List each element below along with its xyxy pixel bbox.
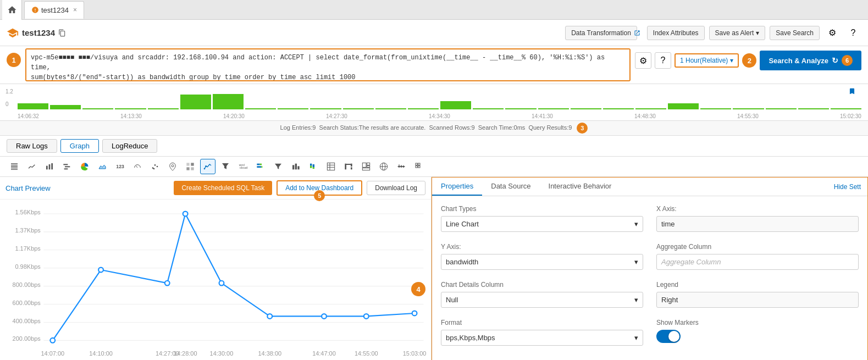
area-chart-icon-btn[interactable] xyxy=(95,159,110,174)
svg-rect-26 xyxy=(292,165,294,169)
agg-col: Aggregate Column Aggregate Column xyxy=(656,243,859,270)
line-chart-active-btn[interactable] xyxy=(200,159,215,174)
svg-text:14:10:00: 14:10:00 xyxy=(89,350,113,357)
hist-time-6: 14:41:30 xyxy=(532,113,553,119)
svg-rect-22 xyxy=(257,164,259,165)
svg-text:123: 123 xyxy=(116,164,124,169)
word-cloud-btn[interactable]: wordcloud xyxy=(235,159,251,174)
svg-rect-30 xyxy=(310,166,312,168)
table2-icon-btn[interactable] xyxy=(323,159,339,174)
line-chart-icon-btn[interactable] xyxy=(24,159,40,174)
settings-btn[interactable]: ⚙ xyxy=(824,25,841,41)
hist-time-2: 14:13:30 xyxy=(120,113,142,119)
help-btn[interactable]: ? xyxy=(845,25,861,41)
chart-details-select[interactable]: Null ▾ xyxy=(441,292,643,308)
svg-rect-40 xyxy=(362,168,369,170)
format-select[interactable]: bps,Kbps,Mbps ▾ xyxy=(441,330,643,346)
download-log-btn[interactable]: Download Log xyxy=(367,181,425,195)
hist-bar xyxy=(733,108,764,109)
svg-text:400.00bps: 400.00bps xyxy=(13,318,41,324)
search-analyze-btn[interactable]: Search & Analyze ↻ 6 xyxy=(760,51,861,70)
split-bar-icon-btn[interactable] xyxy=(253,159,268,174)
histogram-bars xyxy=(18,88,861,109)
hist-time-5: 14:34:30 xyxy=(429,113,450,119)
scatter-icon-btn[interactable] xyxy=(147,159,163,174)
number-icon-btn[interactable]: 123 xyxy=(112,159,128,174)
gantt-icon-btn[interactable] xyxy=(59,159,75,174)
data-transformation-btn[interactable]: Data Transformation xyxy=(565,26,637,40)
index-attributes-btn[interactable]: Index Attributes xyxy=(647,26,705,40)
toggle-knob xyxy=(668,331,679,342)
format-label: Format xyxy=(441,319,643,326)
matrix-icon-btn[interactable] xyxy=(411,159,427,174)
home-tab[interactable] xyxy=(2,0,22,20)
external-link-icon xyxy=(634,30,640,36)
hist-y-top: 1.2 xyxy=(5,88,13,95)
hist-bar xyxy=(18,103,48,109)
tab-close[interactable]: × xyxy=(73,6,77,14)
filter-icon-btn[interactable] xyxy=(270,159,286,174)
svg-text:200.00bps: 200.00bps xyxy=(13,335,41,342)
svg-rect-29 xyxy=(310,164,312,166)
status-text: Log Entries:9 Search Status:The results … xyxy=(280,124,572,131)
bookmark-icon[interactable] xyxy=(848,87,856,97)
stacked-bar-icon-btn[interactable] xyxy=(306,159,321,174)
query-help-btn[interactable]: ? xyxy=(655,52,671,69)
chart-types-label: Chart Types xyxy=(441,205,643,213)
log-reduce-tab[interactable]: LogReduce xyxy=(102,139,158,153)
sankey-icon-btn[interactable] xyxy=(341,159,356,174)
tab-properties[interactable]: Properties xyxy=(432,178,482,196)
y-axis-select[interactable]: bandwidth ▾ xyxy=(441,254,643,270)
hist-time-3: 14:20:30 xyxy=(223,113,245,119)
pie-chart-icon-btn[interactable] xyxy=(77,159,92,174)
create-scheduled-btn[interactable]: Create Scheduled SQL Task xyxy=(174,181,272,195)
svg-point-45 xyxy=(399,166,400,168)
gauge-icon-btn[interactable] xyxy=(130,159,145,174)
show-markers-label: Show Markers xyxy=(656,319,859,326)
tab-data-source[interactable]: Data Source xyxy=(482,178,539,196)
show-markers-toggle[interactable] xyxy=(656,330,681,343)
hist-bar xyxy=(180,95,211,109)
query-input[interactable]: vpc-m5e■■■■ ■■■/visuya and srcaddr: 192.… xyxy=(25,48,631,81)
rect-treemap-btn[interactable] xyxy=(358,159,374,174)
heatmap-icon-btn[interactable] xyxy=(183,159,198,174)
map-icon-btn[interactable] xyxy=(165,159,180,174)
badge-2: 2 xyxy=(742,53,756,68)
hide-settings-btn[interactable]: Hide Sett xyxy=(827,178,867,196)
timeline-icon-btn[interactable] xyxy=(394,159,409,174)
tabs-row: Raw Logs Graph LogReduce xyxy=(0,136,868,157)
hist-time-4: 14:27:30 xyxy=(326,113,347,119)
graph-tab[interactable]: Graph xyxy=(60,139,99,153)
hist-bar xyxy=(278,108,308,109)
main-tab[interactable]: test1234 × xyxy=(24,1,84,19)
time-range-value: 1 Hour(Relative) xyxy=(680,57,728,64)
time-range-selector[interactable]: 1 Hour(Relative) ▾ xyxy=(675,53,739,68)
save-as-alert-btn[interactable]: Save as Alert ▾ xyxy=(709,26,766,40)
svg-text:14:55:00: 14:55:00 xyxy=(355,350,378,357)
bar-chart-icon-btn[interactable] xyxy=(42,159,57,174)
chart-actions-bar: Chart Preview Create Scheduled SQL Task … xyxy=(0,177,431,200)
tab-interactive-behavior[interactable]: Interactive Behavior xyxy=(540,178,621,196)
svg-text:800.00bps: 800.00bps xyxy=(13,281,41,288)
svg-rect-33 xyxy=(327,163,334,170)
hist-bar xyxy=(82,108,113,109)
legend-col: Legend Right xyxy=(656,281,859,308)
chart-canvas: 4 1.56Kbps 1.37Kbps 1.17Kbps 0.98Kbps 80… xyxy=(0,200,431,360)
query-settings-btn[interactable]: ⚙ xyxy=(635,52,651,69)
funnel-icon-btn[interactable] xyxy=(218,159,233,174)
svg-rect-15 xyxy=(191,163,193,165)
copy-icon[interactable] xyxy=(58,29,66,37)
chart-toolbar: 123 wordcloud xyxy=(0,157,868,177)
props-row-1: Chart Types Line Chart ▾ X Axis: time xyxy=(441,205,859,232)
app-title: test1234 xyxy=(7,27,66,39)
column-chart-icon-btn[interactable] xyxy=(288,159,303,174)
save-search-btn[interactable]: Save Search xyxy=(770,26,820,40)
hist-bar xyxy=(50,105,81,109)
legend-value: Right xyxy=(656,292,859,308)
table-icon-btn[interactable] xyxy=(7,159,22,174)
geo-icon-btn[interactable] xyxy=(376,159,391,174)
raw-logs-tab[interactable]: Raw Logs xyxy=(7,139,57,153)
chart-type-select[interactable]: Line Chart ▾ xyxy=(441,216,643,232)
agg-col-input[interactable]: Aggregate Column xyxy=(656,254,859,270)
svg-point-12 xyxy=(153,168,155,170)
